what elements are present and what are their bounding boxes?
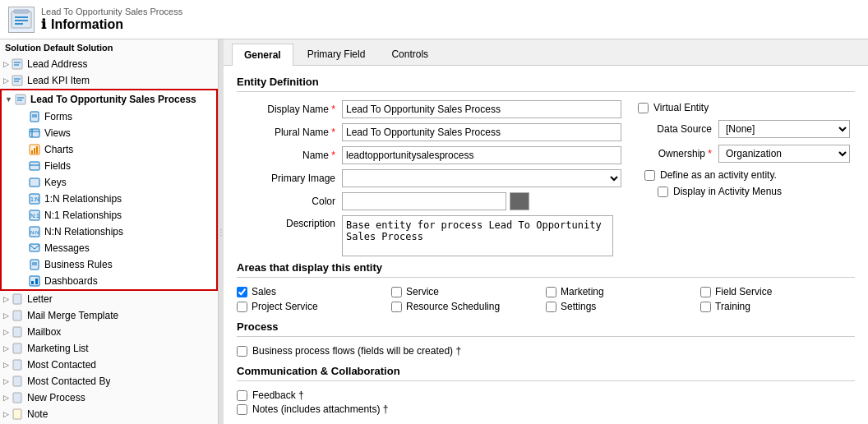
- plural-name-input[interactable]: [342, 123, 621, 141]
- charts-icon: [28, 143, 41, 156]
- area-training-checkbox[interactable]: [700, 302, 711, 312]
- ownership-select[interactable]: Organization: [718, 145, 850, 163]
- entity-icon: [11, 358, 24, 371]
- area-marketing: Marketing: [546, 286, 700, 297]
- sidebar-item-nn-rel[interactable]: N:N N:N Relationships: [25, 224, 216, 240]
- sidebar-item-note[interactable]: ▷ Note: [0, 406, 218, 422]
- fields-label: Fields: [44, 160, 71, 172]
- sidebar-item-marketing-list[interactable]: ▷ Marketing List: [0, 340, 218, 357]
- dashboards-label: Dashboards: [44, 275, 98, 287]
- sidebar-item-views[interactable]: Views: [25, 125, 216, 141]
- sidebar-item-most-contacted[interactable]: ▷ Most Contacted: [0, 357, 218, 373]
- required-star: *: [331, 150, 335, 161]
- name-input[interactable]: [342, 146, 621, 164]
- expand-arrow: ▷: [3, 60, 9, 68]
- entity-icon: [11, 391, 24, 404]
- color-label: Color: [237, 196, 335, 207]
- area-sales: Sales: [237, 286, 391, 297]
- biz-rules-label: Business Rules: [44, 259, 113, 270]
- sidebar-item-new-process[interactable]: ▷ New Process: [0, 389, 218, 406]
- svg-rect-42: [13, 327, 21, 337]
- sidebar-item-forms[interactable]: Forms: [25, 108, 216, 125]
- notes-checkbox[interactable]: [237, 404, 247, 415]
- sidebar-item-letter[interactable]: ▷ Letter: [0, 291, 218, 307]
- area-field-service-label: Field Service: [715, 286, 772, 297]
- sidebar-item-keys[interactable]: Keys: [25, 174, 216, 191]
- tab-controls[interactable]: Controls: [379, 43, 441, 65]
- required-star: *: [331, 104, 335, 115]
- notes-label: Notes (includes attachments) †: [252, 403, 388, 415]
- area-service-label: Service: [406, 286, 439, 297]
- area-settings-checkbox[interactable]: [546, 302, 556, 312]
- svg-rect-26: [30, 178, 39, 187]
- bpf-checkbox[interactable]: [237, 346, 247, 357]
- define-activity-checkbox[interactable]: [644, 170, 655, 181]
- nn-rel-icon: N:N: [28, 225, 41, 238]
- color-row: [342, 192, 529, 210]
- sidebar-item-most-contacted-by[interactable]: ▷ Most Contacted By: [0, 373, 218, 389]
- nn-rel-label: N:N Relationships: [44, 226, 123, 237]
- entity-icon: [11, 74, 24, 87]
- sidebar-item-1n-rel[interactable]: 1:N 1:N Relationships: [25, 191, 216, 207]
- svg-rect-33: [30, 244, 39, 251]
- display-activity-checkbox[interactable]: [658, 187, 668, 197]
- sidebar-item-lead-opportunity[interactable]: ▼ Lead To Opportunity Sales Process: [2, 90, 216, 108]
- description-label: Description: [237, 215, 335, 229]
- data-source-select[interactable]: [None]: [718, 120, 850, 138]
- entity-icon: [11, 408, 24, 421]
- sidebar-resizer[interactable]: ⋮: [219, 39, 224, 424]
- sidebar-item-label: Lead KPI Item: [27, 75, 90, 86]
- area-field-service-checkbox[interactable]: [700, 287, 711, 297]
- sidebar-item-label: Most Contacted By: [27, 376, 110, 387]
- sidebar-item-lead-address[interactable]: ▷ Lead Address: [0, 56, 218, 72]
- sidebar-item-charts[interactable]: Charts: [25, 141, 216, 158]
- tab-general[interactable]: General: [232, 44, 293, 66]
- dashboards-icon: [28, 274, 41, 288]
- sidebar-item-messages[interactable]: Messages: [25, 240, 216, 256]
- svg-rect-44: [13, 360, 21, 370]
- solution-label: Solution Default Solution: [0, 39, 218, 56]
- tab-primary-field[interactable]: Primary Field: [295, 43, 378, 65]
- feedback-checkbox[interactable]: [237, 390, 247, 401]
- sidebar-item-mail-merge[interactable]: ▷ Mail Merge Template: [0, 307, 218, 324]
- primary-image-select[interactable]: [342, 169, 621, 187]
- area-resource-scheduling-checkbox[interactable]: [391, 302, 402, 312]
- sidebar-item-mailbox[interactable]: ▷ Mailbox: [0, 324, 218, 340]
- forms-icon: [28, 110, 41, 123]
- sidebar: Solution Default Solution ▷ Lead Address…: [0, 39, 219, 424]
- sidebar-item-label: Letter: [27, 293, 53, 305]
- collapse-arrow: ▼: [5, 95, 12, 104]
- keys-label: Keys: [44, 177, 67, 188]
- svg-rect-17: [30, 129, 39, 137]
- header-icon: [8, 7, 35, 33]
- color-input[interactable]: [342, 192, 506, 210]
- virtual-entity-checkbox[interactable]: [638, 103, 649, 113]
- svg-rect-5: [12, 59, 22, 69]
- sidebar-item-n1-rel[interactable]: N:1 N:1 Relationships: [25, 207, 216, 224]
- sidebar-item-fields[interactable]: Fields: [25, 158, 216, 174]
- area-training: Training: [700, 301, 855, 312]
- area-sales-checkbox[interactable]: [237, 287, 247, 297]
- selected-group-children: Forms Views Charts: [2, 108, 216, 289]
- display-name-label: Display Name *: [237, 104, 335, 115]
- sidebar-item-biz-rules[interactable]: Business Rules: [25, 256, 216, 273]
- area-project-service-checkbox[interactable]: [237, 302, 247, 312]
- description-input[interactable]: Base entity for process Lead To Opportun…: [342, 215, 613, 256]
- process-section: Process Business process flows (fields w…: [237, 320, 855, 357]
- area-service-checkbox[interactable]: [391, 287, 402, 297]
- svg-rect-24: [30, 162, 39, 170]
- display-name-input[interactable]: [342, 100, 621, 118]
- entity-icon: [11, 293, 24, 306]
- svg-text:N:N: N:N: [30, 230, 39, 235]
- sidebar-item-lead-kpi[interactable]: ▷ Lead KPI Item: [0, 72, 218, 89]
- color-swatch[interactable]: [510, 192, 529, 210]
- keys-icon: [28, 176, 41, 189]
- define-activity-label: Define as an activity entity.: [660, 169, 777, 181]
- area-project-service: Project Service: [237, 301, 391, 312]
- sidebar-item-dashboards[interactable]: Dashboards: [25, 273, 216, 289]
- ownership-label: Ownership *: [638, 148, 712, 159]
- expand-arrow: ▷: [3, 394, 9, 402]
- area-marketing-checkbox[interactable]: [546, 287, 556, 297]
- messages-label: Messages: [44, 242, 90, 254]
- n1-rel-icon: N:1: [28, 209, 41, 222]
